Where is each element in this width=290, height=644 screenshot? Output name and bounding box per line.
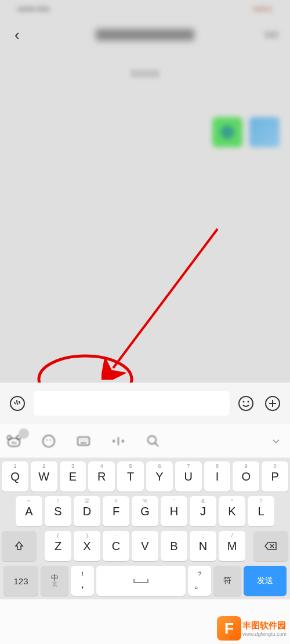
status-bar: carrier time battery — [0, 0, 290, 17]
bear-icon[interactable]: du — [6, 433, 22, 449]
key-p[interactable]: 0P — [262, 461, 288, 492]
key-a[interactable]: ~A — [16, 496, 42, 526]
key-c[interactable]: -C — [103, 531, 129, 561]
key-i[interactable]: 8I — [204, 461, 231, 492]
text-input[interactable] — [34, 391, 230, 416]
key-w[interactable]: 2W — [31, 461, 57, 492]
key-k[interactable]: *K — [219, 496, 245, 526]
svg-point-14 — [46, 439, 48, 441]
key-q[interactable]: 1Q — [2, 461, 28, 492]
svg-point-4 — [243, 401, 245, 403]
period-main: 。 — [194, 576, 205, 592]
key-n[interactable]: ;N — [190, 531, 216, 561]
svg-point-19 — [86, 439, 87, 441]
key-y[interactable]: 6Y — [146, 461, 173, 492]
key-s[interactable]: !S — [45, 496, 71, 526]
key-x[interactable]: )X — [74, 531, 100, 561]
lang-bot: 英 — [52, 582, 57, 588]
key-row-2: ~A!S@D#F%G'H&J*K?L — [2, 496, 288, 526]
svg-line-23 — [155, 443, 158, 446]
key-rows: 1Q2W3E4R5T6Y7U8I9O0P ~A!S@D#F%G'H&J*K?L … — [0, 458, 290, 599]
shift-key[interactable] — [2, 531, 37, 561]
key-e[interactable]: 3E — [60, 461, 86, 492]
key-m[interactable]: /M — [219, 531, 245, 561]
key-h[interactable]: 'H — [161, 496, 187, 526]
lang-top: 中 — [51, 574, 59, 582]
avatar[interactable] — [249, 117, 280, 147]
svg-text:du: du — [12, 440, 17, 445]
svg-point-3 — [239, 396, 253, 410]
key-o[interactable]: 9O — [233, 461, 259, 492]
watermark-url: www.dgfengtu.com — [242, 631, 287, 637]
key-u[interactable]: 7U — [175, 461, 202, 492]
emoji-tool-icon[interactable] — [41, 433, 57, 449]
watermark: F 丰图软件园 www.dgfengtu.com — [217, 616, 287, 641]
search-tool-icon[interactable] — [145, 433, 161, 449]
bottom-row: 123 中 英 ！ ， ？ 。 符 发送 — [2, 566, 288, 596]
svg-point-5 — [248, 401, 249, 403]
period-key[interactable]: ？ 。 — [188, 566, 211, 596]
chat-area — [0, 52, 290, 383]
watermark-title: 丰图软件园 — [242, 620, 287, 631]
key-d[interactable]: @D — [74, 496, 100, 526]
svg-rect-16 — [78, 437, 89, 445]
symbol-key[interactable]: 符 — [213, 566, 241, 596]
header: ‹ — [0, 17, 290, 52]
svg-point-18 — [83, 439, 84, 441]
svg-point-17 — [80, 439, 81, 441]
cursor-tool-icon[interactable] — [110, 433, 126, 449]
key-g[interactable]: %G — [132, 496, 158, 526]
comma-key[interactable]: ！ ， — [71, 566, 94, 596]
key-f[interactable]: #F — [103, 496, 129, 526]
key-row-1: 1Q2W3E4R5T6Y7U8I9O0P — [2, 461, 288, 492]
keyboard-tool-icon[interactable] — [75, 433, 92, 449]
key-r[interactable]: 4R — [88, 461, 115, 492]
svg-point-15 — [50, 439, 51, 441]
space-key[interactable] — [96, 566, 186, 596]
message-bubble[interactable] — [212, 117, 242, 147]
input-bar — [0, 383, 290, 424]
emoji-button[interactable] — [235, 393, 256, 414]
backspace-key[interactable] — [253, 531, 288, 561]
notification-badge-icon — [19, 428, 29, 439]
svg-point-13 — [43, 435, 55, 447]
key-t[interactable]: 5T — [117, 461, 144, 492]
watermark-logo: F — [217, 616, 241, 641]
status-left: carrier time — [17, 5, 49, 12]
more-button[interactable] — [264, 31, 278, 38]
key-v[interactable]: _V — [132, 531, 158, 561]
key-l[interactable]: ?L — [248, 496, 274, 526]
key-b[interactable]: :B — [161, 531, 187, 561]
comma-main: ， — [77, 576, 88, 592]
collapse-keyboard-icon[interactable] — [268, 433, 284, 449]
svg-point-22 — [148, 436, 156, 444]
key-row-3: (Z)X-C_V:B;N/M — [2, 531, 288, 561]
key-j[interactable]: &J — [190, 496, 216, 526]
back-button[interactable]: ‹ — [9, 23, 26, 47]
keyboard-toolbar: du — [0, 424, 290, 458]
status-right: battery — [253, 5, 273, 12]
timestamp — [130, 70, 160, 78]
language-key[interactable]: 中 英 — [41, 566, 68, 596]
keyboard: du 1Q2W3E4R5T6Y7U8I9O0P ~A!S@D#F%G'H&J*K… — [0, 424, 290, 644]
voice-button[interactable] — [7, 393, 28, 414]
plus-button[interactable] — [262, 393, 283, 414]
numeric-key[interactable]: 123 — [3, 566, 38, 596]
chat-title — [96, 29, 194, 41]
send-key[interactable]: 发送 — [244, 566, 287, 596]
key-z[interactable]: (Z — [45, 531, 71, 561]
